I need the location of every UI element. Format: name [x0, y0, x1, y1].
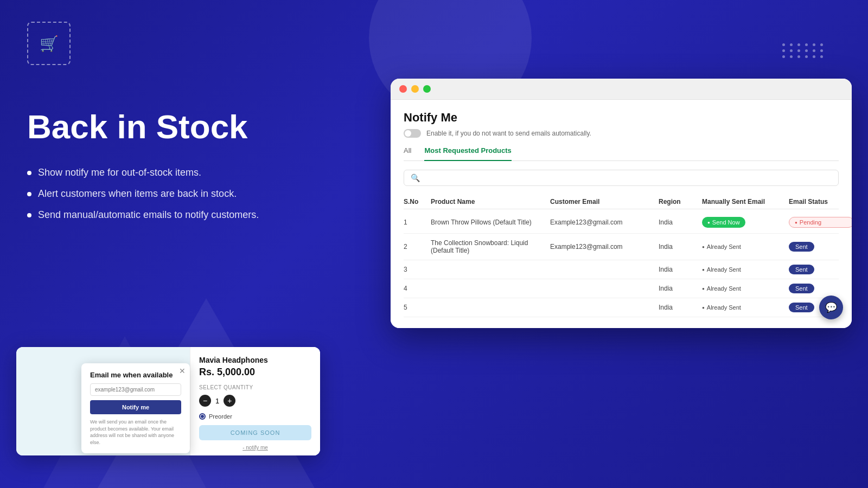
- cell-manually-sent: Already Sent: [702, 243, 789, 250]
- col-region: Region: [659, 198, 702, 206]
- status-badge-sent: Sent: [789, 303, 814, 312]
- already-sent-badge: Already Sent: [702, 304, 789, 311]
- radio-inner: [201, 415, 204, 418]
- search-input[interactable]: [424, 174, 832, 182]
- feature-text: Show notify me for out-of-stock items.: [38, 167, 201, 178]
- col-email: Customer Email: [550, 198, 659, 206]
- window-close-button[interactable]: [399, 85, 407, 93]
- feature-item: Show notify me for out-of-stock items.: [27, 167, 288, 178]
- already-sent-badge: Already Sent: [702, 266, 789, 273]
- cell-region: India: [659, 243, 702, 251]
- qty-value: 1: [215, 397, 219, 405]
- quantity-stepper: − 1 +: [199, 395, 311, 407]
- feature-item: Send manual/automatic emails to notify c…: [27, 209, 288, 221]
- table-row: 4 India Already Sent Sent 2024-03-20 06:…: [404, 279, 839, 298]
- feature-text: Alert customers when items are back in s…: [38, 188, 237, 200]
- feature-list: Show notify me for out-of-stock items. A…: [27, 167, 288, 221]
- radio-button: [199, 413, 206, 420]
- cell-region: India: [659, 266, 702, 273]
- col-manually-sent: Manually Sent Email: [702, 198, 789, 206]
- feature-text: Send manual/automatic emails to notify c…: [38, 209, 259, 221]
- cell-manually-sent: Already Sent: [702, 266, 789, 273]
- cell-product: Brown Throw Pillows (Default Title): [431, 219, 550, 226]
- cell-manually-sent[interactable]: Send Now: [702, 217, 789, 228]
- cell-status: Sent: [789, 243, 852, 251]
- table-row: 2 The Collection Snowboard: Liquid (Defa…: [404, 234, 839, 260]
- cell-product: The Collection Snowboard: Liquid (Defaul…: [431, 239, 550, 254]
- coming-soon-button[interactable]: COMING SOON: [199, 425, 311, 440]
- window-maximize-button[interactable]: [423, 85, 431, 93]
- feature-item: Alert customers when items are back in s…: [27, 188, 288, 200]
- chat-button[interactable]: 💬: [819, 296, 843, 319]
- cell-manually-sent: Already Sent: [702, 304, 789, 311]
- logo-icon: 🛒: [40, 35, 59, 53]
- email-field[interactable]: [90, 383, 181, 396]
- cell-sno: 1: [404, 219, 431, 226]
- col-status: Email Status: [789, 198, 852, 206]
- cell-manually-sent: Already Sent: [702, 285, 789, 292]
- already-sent-badge: Already Sent: [702, 285, 789, 292]
- page-title: Back in Stock: [27, 108, 288, 145]
- browser-window: Notify Me Enable it, if you do not want …: [391, 79, 852, 328]
- table-row: 1 Brown Throw Pillows (Default Title) Ex…: [404, 211, 839, 234]
- product-details-panel: Mavia Headphones Rs. 5,000.00 SELECT QUA…: [190, 347, 320, 455]
- cell-region: India: [659, 304, 702, 311]
- cell-region: India: [659, 219, 702, 226]
- table-row: 5 India Already Sent Sent 2024-03-20 06:…: [404, 298, 839, 317]
- bullet-icon: [27, 171, 31, 175]
- hero-section: Back in Stock Show notify me for out-of-…: [27, 108, 288, 230]
- window-minimize-button[interactable]: [411, 85, 419, 93]
- qty-increase-button[interactable]: +: [224, 395, 235, 407]
- preorder-label: Preorder: [209, 413, 232, 420]
- cell-status: Sent: [789, 285, 852, 292]
- popup-title: Email me when available: [90, 371, 181, 379]
- qty-decrease-button[interactable]: −: [199, 395, 211, 407]
- status-badge-sent: Sent: [789, 284, 814, 293]
- cell-sno: 4: [404, 285, 431, 292]
- table-header: S.No Product Name Customer Email Region …: [404, 195, 839, 209]
- bullet-icon: [27, 192, 31, 196]
- cell-email: Example123@gmail.com: [550, 219, 659, 226]
- status-badge-sent: Sent: [789, 265, 814, 274]
- tabs-row: All Most Requested Products: [404, 146, 839, 161]
- bullet-icon: [27, 213, 31, 217]
- cell-status: Sent: [789, 266, 852, 273]
- col-sno: S.No: [404, 198, 431, 206]
- notify-me-link[interactable]: - notify me: [199, 445, 311, 451]
- chat-icon: 💬: [825, 301, 837, 313]
- qty-label: SELECT QUANTITY: [199, 384, 311, 390]
- cell-sno: 5: [404, 304, 431, 311]
- dots-decoration: [782, 43, 825, 58]
- popup-close-button[interactable]: ✕: [179, 367, 186, 375]
- auto-email-toggle[interactable]: [404, 129, 421, 138]
- product-name: Mavia Headphones: [199, 356, 311, 364]
- cell-sno: 3: [404, 266, 431, 273]
- search-icon: 🔍: [411, 174, 420, 182]
- app-title: Notify Me: [404, 111, 839, 125]
- cell-region: India: [659, 285, 702, 292]
- tab-most-requested[interactable]: Most Requested Products: [424, 146, 511, 161]
- browser-content: Notify Me Enable it, if you do not want …: [391, 100, 852, 328]
- send-now-button[interactable]: Send Now: [702, 217, 745, 228]
- app-logo: 🛒: [27, 22, 71, 65]
- table-row: 3 India Already Sent Sent 2024-03-20 06:…: [404, 260, 839, 279]
- tab-all[interactable]: All: [404, 146, 411, 161]
- status-badge-pending: Pending: [789, 217, 852, 228]
- already-sent-badge: Already Sent: [702, 243, 789, 250]
- preorder-option[interactable]: Preorder: [199, 413, 311, 420]
- browser-titlebar: [391, 79, 852, 100]
- notify-me-button[interactable]: Notify me: [90, 400, 181, 414]
- toggle-row: Enable it, if you do not want to send em…: [404, 129, 839, 138]
- notify-me-popup: ✕ Email me when available Notify me We w…: [81, 363, 190, 453]
- popup-note: We will send you an email once the produ…: [90, 419, 181, 446]
- search-bar: 🔍: [404, 170, 839, 186]
- toggle-label: Enable it, if you do not want to send em…: [426, 130, 591, 137]
- product-price: Rs. 5,000.00: [199, 367, 311, 378]
- product-popup: Coming Soon ✕ Email me when available No…: [16, 347, 320, 455]
- cell-status: Pending: [789, 217, 852, 228]
- col-product: Product Name: [431, 198, 550, 206]
- status-badge-sent: Sent: [789, 242, 814, 252]
- cell-sno: 2: [404, 243, 431, 251]
- cell-email: Example123@gmail.com: [550, 243, 659, 251]
